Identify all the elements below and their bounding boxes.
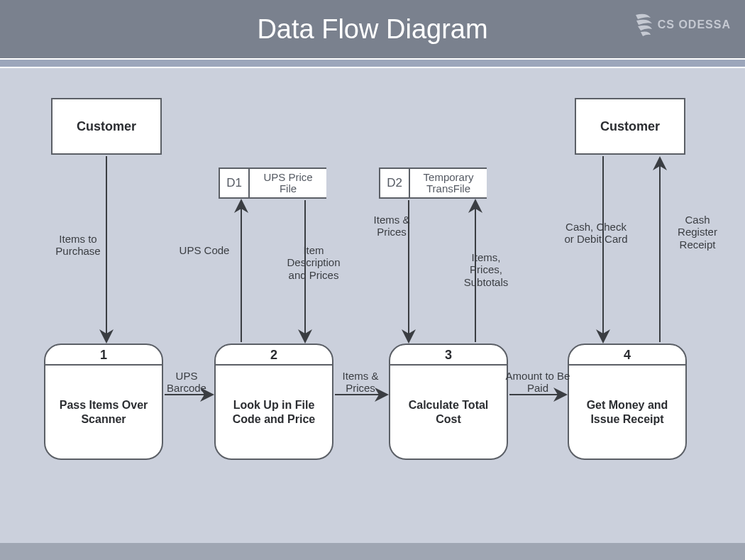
brand-text: CS ODESSA <box>658 18 731 31</box>
flow-ups-barcode: UPS Barcode <box>158 370 215 395</box>
entity-label: Customer <box>600 119 660 134</box>
header-bar: Data Flow Diagram CS ODESSA <box>0 0 745 58</box>
entity-label: Customer <box>77 119 136 134</box>
process-label: Look Up in File Code and Price <box>216 366 332 459</box>
process-2: 2 Look Up in File Code and Price <box>214 344 333 460</box>
process-number: 4 <box>569 345 685 366</box>
process-number: 1 <box>45 345 162 366</box>
process-1: 1 Pass Items Over Scanner <box>44 344 163 460</box>
process-label: Pass Items Over Scanner <box>45 366 162 459</box>
entity-customer-left: Customer <box>51 98 162 155</box>
flow-items-prices-2: Items & Prices <box>363 214 420 238</box>
datastore-id: D1 <box>219 168 250 199</box>
process-3: 3 Calculate Total Cost <box>389 344 508 460</box>
swirl-icon <box>632 11 653 39</box>
flow-cash-check-debit: Cash, Check or Debit Card <box>561 221 631 246</box>
flow-amount-to-be-paid: Amount to Be Paid <box>504 370 572 395</box>
header-accent-bar <box>0 58 745 68</box>
diagram-canvas: Customer Customer D1 UPS Price File D2 T… <box>0 68 745 544</box>
flow-cash-register-receipt: Cash Register Receipt <box>666 214 729 251</box>
flow-ups-code: UPS Code <box>176 244 233 256</box>
process-label: Calculate Total Cost <box>390 366 507 459</box>
entity-customer-right: Customer <box>575 98 685 155</box>
process-number: 3 <box>390 345 507 366</box>
flow-items-prices-subtotals: Items, Prices, Subtotals <box>454 251 518 288</box>
datastore-name: UPS Price File <box>250 168 326 199</box>
page-title: Data Flow Diagram <box>257 14 487 45</box>
datastore-d1: D1 UPS Price File <box>219 168 326 199</box>
process-label: Get Money and Issue Receipt <box>569 366 685 459</box>
datastore-d2: D2 Temporary TransFile <box>379 168 487 199</box>
flow-items-prices-1: Items & Prices <box>332 370 389 395</box>
datastore-id: D2 <box>379 168 410 199</box>
flow-items-to-purchase: Items to Purchase <box>43 233 114 258</box>
flow-item-desc-prices: Item Description and Prices <box>278 244 349 281</box>
brand-logo: CS ODESSA <box>632 11 731 39</box>
process-number: 2 <box>216 345 332 366</box>
process-4: 4 Get Money and Issue Receipt <box>568 344 687 460</box>
footer-bar <box>0 543 745 560</box>
datastore-name: Temporary TransFile <box>410 168 487 199</box>
